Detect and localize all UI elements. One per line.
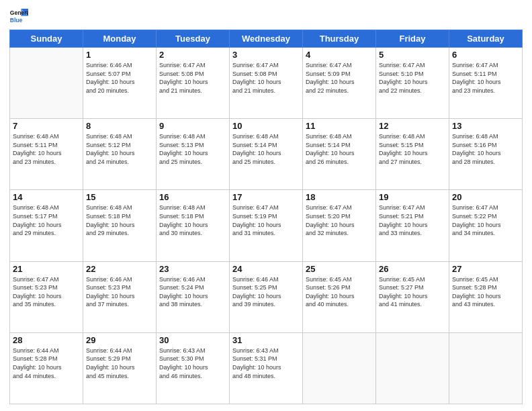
calendar-cell: 23Sunrise: 6:46 AM Sunset: 5:24 PM Dayli… [157, 261, 230, 332]
day-info: Sunrise: 6:47 AM Sunset: 5:09 PM Dayligh… [306, 61, 373, 95]
calendar-cell: 16Sunrise: 6:48 AM Sunset: 5:18 PM Dayli… [157, 190, 230, 261]
calendar-week-row: 7Sunrise: 6:48 AM Sunset: 5:11 PM Daylig… [10, 119, 523, 190]
day-number: 4 [306, 50, 373, 60]
calendar-cell: 15Sunrise: 6:48 AM Sunset: 5:18 PM Dayli… [83, 190, 157, 261]
day-info: Sunrise: 6:46 AM Sunset: 5:07 PM Dayligh… [86, 61, 153, 95]
day-info: Sunrise: 6:46 AM Sunset: 5:25 PM Dayligh… [232, 275, 300, 309]
calendar-cell: 5Sunrise: 6:47 AM Sunset: 5:10 PM Daylig… [376, 48, 449, 119]
day-number: 15 [86, 192, 153, 202]
day-number: 9 [159, 121, 226, 131]
calendar-cell: 9Sunrise: 6:48 AM Sunset: 5:13 PM Daylig… [157, 119, 230, 190]
day-number: 14 [13, 192, 80, 202]
calendar-day-header: Wednesday [230, 30, 303, 48]
day-number: 17 [232, 192, 300, 202]
calendar-cell: 26Sunrise: 6:45 AM Sunset: 5:27 PM Dayli… [376, 261, 449, 332]
calendar-week-row: 28Sunrise: 6:44 AM Sunset: 5:28 PM Dayli… [10, 332, 523, 404]
day-number: 19 [379, 192, 446, 202]
page-header: General Blue [9, 7, 523, 26]
calendar-cell [449, 332, 523, 404]
logo: General Blue [9, 7, 28, 26]
day-info: Sunrise: 6:47 AM Sunset: 5:08 PM Dayligh… [159, 61, 226, 95]
day-info: Sunrise: 6:46 AM Sunset: 5:23 PM Dayligh… [86, 275, 153, 309]
calendar-cell [10, 48, 83, 119]
day-info: Sunrise: 6:43 AM Sunset: 5:30 PM Dayligh… [159, 347, 226, 380]
day-number: 1 [86, 50, 153, 60]
day-number: 29 [86, 335, 153, 345]
calendar-cell: 2Sunrise: 6:47 AM Sunset: 5:08 PM Daylig… [157, 48, 230, 119]
day-number: 23 [159, 264, 226, 274]
calendar-week-row: 1Sunrise: 6:46 AM Sunset: 5:07 PM Daylig… [10, 48, 523, 119]
day-number: 18 [306, 192, 373, 202]
calendar-cell: 8Sunrise: 6:48 AM Sunset: 5:12 PM Daylig… [83, 119, 157, 190]
calendar-header-row: SundayMondayTuesdayWednesdayThursdayFrid… [10, 30, 523, 48]
day-number: 7 [13, 121, 80, 131]
day-number: 5 [379, 50, 446, 60]
day-info: Sunrise: 6:48 AM Sunset: 5:17 PM Dayligh… [13, 203, 80, 237]
calendar-cell: 21Sunrise: 6:47 AM Sunset: 5:23 PM Dayli… [10, 261, 83, 332]
day-info: Sunrise: 6:48 AM Sunset: 5:11 PM Dayligh… [13, 132, 80, 166]
day-number: 16 [159, 192, 226, 202]
calendar-cell: 29Sunrise: 6:44 AM Sunset: 5:29 PM Dayli… [83, 332, 157, 404]
day-info: Sunrise: 6:47 AM Sunset: 5:10 PM Dayligh… [379, 61, 446, 95]
day-info: Sunrise: 6:48 AM Sunset: 5:16 PM Dayligh… [452, 132, 519, 166]
day-number: 10 [232, 121, 300, 131]
calendar-cell: 3Sunrise: 6:47 AM Sunset: 5:08 PM Daylig… [230, 48, 303, 119]
calendar-cell: 10Sunrise: 6:48 AM Sunset: 5:14 PM Dayli… [230, 119, 303, 190]
day-number: 25 [306, 264, 373, 274]
day-info: Sunrise: 6:47 AM Sunset: 5:20 PM Dayligh… [306, 203, 373, 237]
calendar-day-header: Monday [83, 30, 157, 48]
logo-icon: General Blue [9, 7, 28, 26]
day-info: Sunrise: 6:45 AM Sunset: 5:26 PM Dayligh… [306, 275, 373, 309]
calendar-cell: 13Sunrise: 6:48 AM Sunset: 5:16 PM Dayli… [449, 119, 523, 190]
day-info: Sunrise: 6:48 AM Sunset: 5:14 PM Dayligh… [232, 132, 300, 166]
day-number: 20 [452, 192, 519, 202]
calendar-cell: 30Sunrise: 6:43 AM Sunset: 5:30 PM Dayli… [157, 332, 230, 404]
calendar-cell: 12Sunrise: 6:48 AM Sunset: 5:15 PM Dayli… [376, 119, 449, 190]
calendar-cell: 27Sunrise: 6:45 AM Sunset: 5:28 PM Dayli… [449, 261, 523, 332]
calendar-cell: 18Sunrise: 6:47 AM Sunset: 5:20 PM Dayli… [303, 190, 376, 261]
day-info: Sunrise: 6:44 AM Sunset: 5:29 PM Dayligh… [86, 347, 153, 380]
calendar-cell: 22Sunrise: 6:46 AM Sunset: 5:23 PM Dayli… [83, 261, 157, 332]
day-number: 13 [452, 121, 519, 131]
day-info: Sunrise: 6:47 AM Sunset: 5:11 PM Dayligh… [452, 61, 519, 95]
day-number: 27 [452, 264, 519, 274]
day-info: Sunrise: 6:45 AM Sunset: 5:27 PM Dayligh… [379, 275, 446, 309]
calendar-day-header: Friday [376, 30, 449, 48]
calendar-day-header: Tuesday [157, 30, 230, 48]
day-info: Sunrise: 6:48 AM Sunset: 5:12 PM Dayligh… [86, 132, 153, 166]
calendar-cell: 7Sunrise: 6:48 AM Sunset: 5:11 PM Daylig… [10, 119, 83, 190]
calendar-cell: 11Sunrise: 6:48 AM Sunset: 5:14 PM Dayli… [303, 119, 376, 190]
calendar-cell: 19Sunrise: 6:47 AM Sunset: 5:21 PM Dayli… [376, 190, 449, 261]
day-number: 30 [159, 335, 226, 345]
calendar-day-header: Thursday [303, 30, 376, 48]
calendar-cell: 17Sunrise: 6:47 AM Sunset: 5:19 PM Dayli… [230, 190, 303, 261]
day-info: Sunrise: 6:47 AM Sunset: 5:22 PM Dayligh… [452, 203, 519, 237]
day-number: 11 [306, 121, 373, 131]
day-number: 8 [86, 121, 153, 131]
calendar-cell: 6Sunrise: 6:47 AM Sunset: 5:11 PM Daylig… [449, 48, 523, 119]
day-info: Sunrise: 6:44 AM Sunset: 5:28 PM Dayligh… [13, 347, 80, 380]
calendar-cell: 31Sunrise: 6:43 AM Sunset: 5:31 PM Dayli… [230, 332, 303, 404]
calendar-cell: 25Sunrise: 6:45 AM Sunset: 5:26 PM Dayli… [303, 261, 376, 332]
calendar-cell: 4Sunrise: 6:47 AM Sunset: 5:09 PM Daylig… [303, 48, 376, 119]
day-info: Sunrise: 6:48 AM Sunset: 5:15 PM Dayligh… [379, 132, 446, 166]
calendar-cell: 1Sunrise: 6:46 AM Sunset: 5:07 PM Daylig… [83, 48, 157, 119]
day-info: Sunrise: 6:47 AM Sunset: 5:23 PM Dayligh… [13, 275, 80, 309]
calendar-week-row: 21Sunrise: 6:47 AM Sunset: 5:23 PM Dayli… [10, 261, 523, 332]
svg-text:Blue: Blue [10, 17, 23, 24]
day-info: Sunrise: 6:48 AM Sunset: 5:18 PM Dayligh… [159, 203, 226, 237]
day-info: Sunrise: 6:48 AM Sunset: 5:13 PM Dayligh… [159, 132, 226, 166]
day-number: 21 [13, 264, 80, 274]
day-info: Sunrise: 6:47 AM Sunset: 5:19 PM Dayligh… [232, 203, 300, 237]
calendar-cell: 28Sunrise: 6:44 AM Sunset: 5:28 PM Dayli… [10, 332, 83, 404]
day-number: 2 [159, 50, 226, 60]
calendar-cell: 14Sunrise: 6:48 AM Sunset: 5:17 PM Dayli… [10, 190, 83, 261]
day-info: Sunrise: 6:45 AM Sunset: 5:28 PM Dayligh… [452, 275, 519, 309]
day-info: Sunrise: 6:47 AM Sunset: 5:21 PM Dayligh… [379, 203, 446, 237]
calendar-cell: 20Sunrise: 6:47 AM Sunset: 5:22 PM Dayli… [449, 190, 523, 261]
day-number: 6 [452, 50, 519, 60]
calendar-day-header: Sunday [10, 30, 83, 48]
day-info: Sunrise: 6:46 AM Sunset: 5:24 PM Dayligh… [159, 275, 226, 309]
day-number: 24 [232, 264, 300, 274]
day-number: 3 [232, 50, 300, 60]
